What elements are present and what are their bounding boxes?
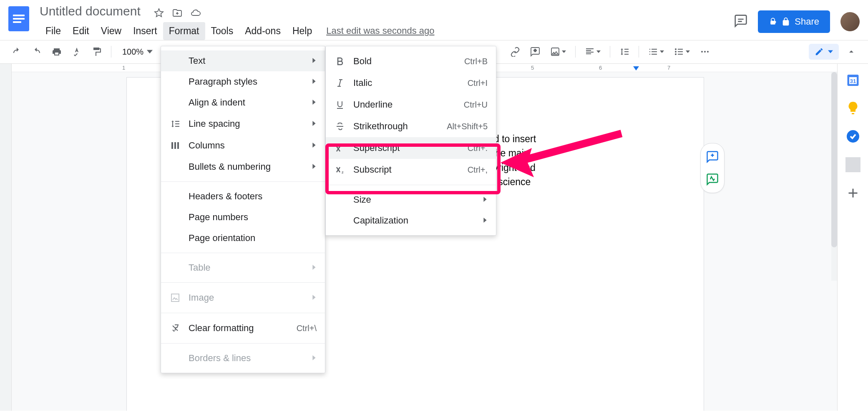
text-strikethrough-item[interactable]: StrikethroughAlt+Shift+5 <box>326 116 496 137</box>
document-title[interactable]: Untitled document <box>40 4 141 18</box>
format-orientation-item[interactable]: Page orientation <box>161 228 325 249</box>
svg-rect-12 <box>171 294 179 301</box>
format-spacing-item[interactable]: Line spacing <box>161 113 325 135</box>
svg-point-7 <box>707 51 709 53</box>
menu-insert[interactable]: Insert <box>127 22 163 40</box>
add-comment-button[interactable] <box>527 44 543 59</box>
comments-history-icon[interactable] <box>734 14 747 29</box>
text-underline-item[interactable]: UnderlineCtrl+U <box>326 94 496 116</box>
format-clear-item[interactable]: Clear formattingCtrl+\ <box>161 317 325 339</box>
format-headers-item[interactable]: Headers & footers <box>161 186 325 207</box>
menu-help[interactable]: Help <box>287 22 318 40</box>
calendar-sideapp-icon[interactable]: 31 <box>845 72 860 87</box>
format-image-item: Image <box>161 287 325 309</box>
account-avatar[interactable] <box>840 12 860 31</box>
tasks-sideapp-icon[interactable] <box>845 129 860 144</box>
svg-point-6 <box>704 51 706 53</box>
svg-text:2: 2 <box>342 171 344 174</box>
svg-rect-1 <box>771 21 775 24</box>
text-bold-item[interactable]: BoldCtrl+B <box>326 50 496 72</box>
svg-point-5 <box>701 51 703 53</box>
text-submenu-dropdown: BoldCtrl+B ItalicCtrl+I UnderlineCtrl+U … <box>325 46 496 236</box>
star-icon[interactable] <box>154 8 164 20</box>
bulleted-list-button[interactable] <box>671 44 693 59</box>
add-sideapp-button[interactable] <box>845 186 860 201</box>
menu-format[interactable]: Format <box>163 22 205 40</box>
format-paragraph-item[interactable]: Paragraph styles <box>161 71 325 92</box>
move-icon[interactable] <box>172 8 182 20</box>
cloud-status-icon[interactable] <box>191 8 201 20</box>
suggest-edits-floating-button[interactable] <box>705 172 720 187</box>
svg-text:31: 31 <box>850 78 856 84</box>
menu-edit[interactable]: Edit <box>67 22 95 40</box>
format-bullets-item[interactable]: Bullets & numbering <box>161 156 325 177</box>
format-columns-item[interactable]: Columns <box>161 135 325 156</box>
numbered-list-button[interactable] <box>645 44 667 59</box>
scrollbar[interactable] <box>831 72 837 281</box>
zoom-select[interactable]: 100% <box>117 45 158 59</box>
menubar: File Edit View Insert Format Tools Add-o… <box>40 22 734 40</box>
menu-file[interactable]: File <box>40 22 67 40</box>
docs-logo[interactable] <box>8 6 29 31</box>
text-size-item[interactable]: Size <box>326 189 496 210</box>
add-comment-floating-button[interactable] <box>705 149 720 164</box>
format-text-item[interactable]: Text <box>161 50 325 71</box>
svg-point-2 <box>675 48 677 50</box>
text-caps-item[interactable]: Capitalization <box>326 210 496 231</box>
share-button[interactable]: Share <box>758 10 830 33</box>
collapse-button[interactable] <box>843 44 860 59</box>
more-button[interactable] <box>697 44 713 59</box>
text-italic-item[interactable]: ItalicCtrl+I <box>326 72 496 94</box>
svg-point-3 <box>675 51 677 53</box>
keep-sideapp-icon[interactable] <box>845 100 860 116</box>
print-button[interactable] <box>48 44 65 59</box>
format-menu-dropdown: Text Paragraph styles Align & indent Lin… <box>161 46 325 373</box>
last-edit-link[interactable]: Last edit was seconds ago <box>326 25 434 36</box>
format-page-numbers-item[interactable]: Page numbers <box>161 207 325 228</box>
paint-format-button[interactable] <box>88 44 105 59</box>
editing-mode-button[interactable] <box>809 44 839 60</box>
svg-text:2: 2 <box>342 144 344 148</box>
menu-view[interactable]: View <box>95 22 127 40</box>
menu-addons[interactable]: Add-ons <box>239 22 287 40</box>
format-borders-item: Borders & lines <box>161 348 325 369</box>
redo-button[interactable] <box>28 44 45 59</box>
spellcheck-button[interactable] <box>68 44 85 59</box>
undo-button[interactable] <box>8 44 25 59</box>
share-label: Share <box>795 16 819 27</box>
align-button[interactable] <box>581 44 604 59</box>
format-align-item[interactable]: Align & indent <box>161 92 325 113</box>
insert-image-button[interactable] <box>547 44 569 59</box>
menu-tools[interactable]: Tools <box>205 22 239 40</box>
text-subscript-item[interactable]: 2SubscriptCtrl+, <box>326 159 496 181</box>
text-superscript-item[interactable]: 2SuperscriptCtrl+. <box>326 137 496 159</box>
format-table-item: Table <box>161 257 325 278</box>
line-spacing-button[interactable] <box>616 44 633 59</box>
svg-point-4 <box>675 53 677 55</box>
insert-link-button[interactable] <box>507 44 523 59</box>
